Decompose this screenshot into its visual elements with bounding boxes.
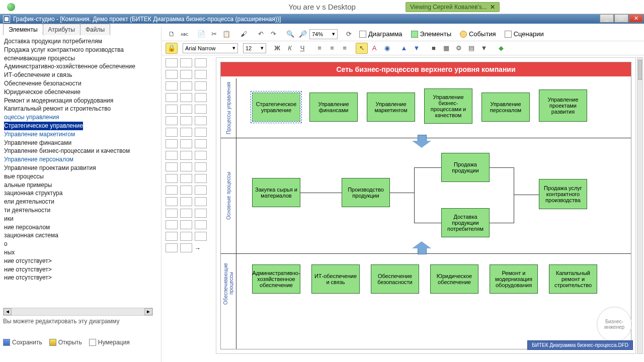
node-production[interactable]: Производство продукции [342, 178, 390, 207]
tree-item[interactable]: Административно-хозяйственное обеспечени… [3, 62, 153, 71]
maximize-button[interactable]: □ [614, 14, 628, 23]
tree-item[interactable]: Ремонт и модернизация оборудования [3, 97, 153, 105]
tree-item[interactable]: оцессы управления [3, 113, 153, 122]
zoom-in-icon[interactable]: 🔍 [284, 29, 296, 40]
align-center-icon[interactable]: ≡ [326, 43, 338, 54]
node-delivery[interactable]: Доставка продукции потребителям [441, 208, 490, 237]
viewing-badge[interactable]: Viewing Сергей Ковалев's... ✕ [406, 2, 500, 12]
process-icon[interactable]: ⚙ [453, 43, 465, 54]
table-icon[interactable]: ▤ [465, 43, 477, 54]
tree-item[interactable]: ики [3, 215, 153, 223]
tree-item[interactable]: Продажа услуг контрактного производства [3, 46, 153, 54]
brush-icon[interactable]: 🖌 [237, 29, 250, 40]
tree-item[interactable]: ти деятельности [3, 206, 153, 215]
palette-shape[interactable] [166, 162, 178, 171]
palette-shape[interactable] [166, 186, 178, 195]
open-button[interactable]: Открыть [49, 339, 82, 346]
tree-item[interactable]: Доставка продукции потребителям [3, 37, 153, 46]
events-tab[interactable]: События [456, 30, 500, 38]
palette-shape[interactable] [195, 70, 207, 79]
palette-shape[interactable] [180, 81, 192, 90]
italic-icon[interactable]: К [284, 43, 296, 54]
tree-item[interactable]: ели деятельности [3, 198, 153, 206]
down-icon[interactable]: ▼ [411, 43, 423, 54]
filter-icon[interactable]: ▼ [478, 43, 490, 54]
horizontal-scrollbar[interactable]: ◄ ► [3, 308, 153, 316]
tree-item[interactable]: Обеспечение безопасности [3, 79, 153, 88]
align-left-icon[interactable]: ≡ [313, 43, 326, 54]
node-legal[interactable]: Юридическое обеспечение [430, 264, 478, 294]
palette-shape[interactable] [166, 70, 178, 79]
palette-shape[interactable] [180, 220, 192, 229]
palette-shape[interactable] [180, 116, 192, 125]
node-it[interactable]: ИТ-обеспечение и связь [311, 264, 360, 294]
undo-icon[interactable]: ↶ [255, 29, 267, 40]
palette-shape[interactable] [166, 209, 178, 218]
node-sales[interactable]: Продажа продукции [441, 153, 490, 182]
palette-shape[interactable] [195, 58, 207, 67]
tree-item[interactable]: ние отсутствует> [3, 265, 153, 274]
zoom-out-icon[interactable]: 🔎 [297, 29, 309, 40]
node-strategic-mgmt[interactable]: Стратегическое управление [252, 93, 300, 122]
node-admin[interactable]: Административно-хозяйственное обеспечени… [252, 264, 300, 294]
align-right-icon[interactable]: ≡ [339, 43, 351, 54]
abc-icon[interactable]: ᴀʙᴄ [178, 29, 190, 40]
palette-shape[interactable] [180, 128, 192, 137]
palette-shape[interactable] [166, 116, 178, 125]
node-repair[interactable]: Ремонт и модернизация оборудования [490, 264, 538, 294]
palette-shape[interactable] [180, 243, 192, 252]
save-button[interactable]: Сохранить [3, 339, 42, 346]
tree-item[interactable]: Стратегическое управление [3, 122, 153, 130]
palette-shape[interactable] [166, 58, 178, 67]
text-color-icon[interactable]: A [368, 43, 380, 54]
tree-item[interactable]: Управление бизнес-процессами и качеством [3, 147, 153, 155]
palette-shape[interactable] [195, 186, 207, 195]
tree-item[interactable]: зационная структура [3, 189, 153, 198]
tree-item[interactable]: ИТ-обеспечение и связь [3, 71, 153, 79]
font-combo[interactable]: Arial Narrow▾ [183, 43, 238, 53]
node-bpq[interactable]: Управление бизнес-процессами и качеством [424, 88, 472, 124]
palette-shape[interactable] [195, 128, 207, 137]
tree-item[interactable]: вые процессы [3, 172, 153, 181]
tree-item[interactable]: Капитальный ремонт и строительство [3, 105, 153, 113]
scroll-left-button[interactable]: ◄ [4, 308, 12, 315]
lock-icon[interactable]: 🔒 [166, 43, 178, 54]
tree-item[interactable]: альные примеры [3, 181, 153, 190]
palette-shape[interactable] [195, 232, 207, 241]
cursor-icon[interactable]: ↖ [356, 43, 368, 54]
palette-shape[interactable] [195, 220, 207, 229]
palette-shape[interactable] [166, 139, 178, 148]
palette-shape[interactable] [180, 58, 192, 67]
tree-item[interactable]: Управление маркетингом [3, 130, 153, 139]
node-personnel[interactable]: Управление персоналом [481, 93, 530, 122]
palette-shape[interactable] [166, 220, 178, 229]
palette-shape[interactable] [180, 174, 192, 183]
up-icon[interactable]: ▲ [398, 43, 410, 54]
palette-shape[interactable] [195, 151, 207, 160]
scroll-right-button[interactable]: ► [144, 308, 152, 315]
palette-shape[interactable] [180, 162, 192, 171]
zoom-combo[interactable]: 74%▾ [309, 29, 338, 39]
tree-item[interactable]: ных [3, 248, 153, 257]
shapes-icon[interactable]: ▦ [440, 43, 452, 54]
node-finance[interactable]: Управление финансами [309, 93, 358, 122]
palette-shape[interactable] [195, 81, 207, 90]
tree-item[interactable]: зационная система [3, 231, 153, 240]
bold-icon[interactable]: Ж [271, 43, 283, 54]
palette-shape[interactable] [180, 105, 192, 114]
node-projects[interactable]: Управление проектами развития [539, 89, 587, 122]
palette-shape[interactable] [195, 93, 207, 102]
numbering-button[interactable]: Нумерация [89, 339, 130, 346]
refresh-icon[interactable]: ⟳ [343, 29, 355, 40]
palette-shape[interactable] [195, 105, 207, 114]
palette-shape[interactable] [166, 81, 178, 90]
node-contract-sales[interactable]: Продажа услуг контрактного производства [539, 179, 587, 209]
tab-elements[interactable]: Элементы [3, 24, 43, 35]
palette-shape[interactable] [166, 174, 178, 183]
elements-tab[interactable]: Элементы [407, 30, 455, 38]
shape-icon[interactable]: ■ [428, 43, 440, 54]
palette-shape[interactable]: → [195, 243, 207, 252]
palette-shape[interactable] [166, 105, 178, 114]
close-button[interactable]: ✕ [629, 14, 643, 23]
tab-attributes[interactable]: Атрибуты [43, 24, 80, 35]
